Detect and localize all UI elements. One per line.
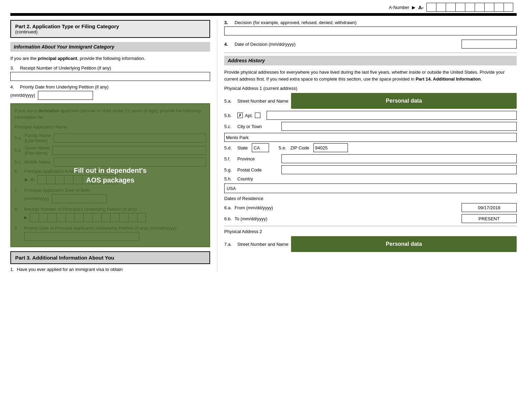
right-5h-country-box: USA: [224, 183, 517, 193]
right-5a: 5.a. Street Number and Name Personal dat…: [224, 93, 517, 109]
a-number-box-6[interactable]: [475, 3, 484, 12]
a-number-box-8[interactable]: [494, 3, 504, 12]
divider-1: [224, 53, 517, 53]
right-5g: 5.g. Postal Code: [224, 165, 517, 174]
right-column: 3. Decision (for example, approved, refu…: [217, 20, 517, 272]
physical-addr2-label: Physical Address 2: [224, 229, 517, 234]
right-5d-5e: 5.d. State 5.e. ZIP Code: [224, 143, 517, 152]
principal-intro-text: If you are the principal applicant, prov…: [10, 55, 210, 62]
right-item3-num: 3.: [224, 20, 231, 25]
apt-checkbox[interactable]: ✗: [237, 113, 243, 118]
a-number-box-3[interactable]: [446, 3, 455, 12]
left-column: Part 2. Application Type or Filing Categ…: [10, 20, 217, 272]
right-5e-label: 5.e.: [279, 145, 286, 150]
right-5h-text: Country: [237, 176, 279, 181]
immigrant-category-header: Information About Your Immigrant Categor…: [10, 42, 210, 52]
address-history-body: Provide physical addresses for everywher…: [224, 69, 517, 82]
right-5d-text: State: [237, 145, 248, 150]
a-number-prefix: A-: [418, 4, 424, 10]
right-5c-city-input[interactable]: [224, 133, 517, 142]
personal-data-overlay-2: Personal data: [291, 236, 517, 252]
a-number-box-7[interactable]: [484, 3, 494, 12]
right-item3-text: Decision (for example, approved, refused…: [235, 20, 356, 25]
item4-priority: 4. Priority Date from Underlying Petitio…: [10, 84, 210, 100]
right-6a-input[interactable]: [462, 203, 517, 212]
right-5b-input[interactable]: [267, 111, 517, 120]
right-item4: 4. Date of Decision (mm/dd/yyyy): [224, 40, 517, 49]
right-7a: 7.a. Street Number and Name Personal dat…: [224, 236, 517, 252]
right-5b: 5.b. ✗ Apt.: [224, 111, 517, 120]
physical-addr1-label: Physical Address 1 (current address): [224, 86, 517, 91]
right-5d-state-input[interactable]: [252, 143, 269, 152]
part3-item1-num: 1.: [10, 267, 14, 272]
right-5b-label: 5.b.: [224, 113, 235, 118]
a-number-box-5[interactable]: [465, 3, 475, 12]
personal-data-overlay-1: Personal data: [291, 93, 517, 109]
right-6a-text: From (mm/dd/yyyy): [235, 205, 462, 210]
right-5a-label: 5.a.: [224, 98, 235, 104]
right-item3-input[interactable]: [224, 27, 517, 35]
right-item4-num: 4.: [224, 42, 231, 47]
part3-header: Part 3. Additional Information About You: [10, 251, 210, 264]
derivative-section: Fill out in dependent's AOS packages If …: [10, 103, 210, 247]
right-5g-label: 5.g.: [224, 167, 235, 172]
right-5g-input[interactable]: [281, 165, 517, 174]
right-5f-label: 5.f.: [224, 156, 235, 161]
dependent-overlay: Fill out in dependent's AOS packages: [10, 103, 210, 247]
a-number-label: A-Number: [389, 5, 409, 10]
a-number-header: A-Number ▶ A-: [0, 0, 527, 13]
item3-text: Receipt Number of Underlying Petition (i…: [20, 65, 111, 71]
dates-label: Dates of Residence: [224, 196, 517, 201]
right-item4-text: Date of Decision (mm/dd/yyyy): [235, 42, 296, 47]
right-5h-label: 5.h.: [224, 176, 235, 181]
right-6a-label: 6.a.: [224, 205, 235, 210]
a-number-box-1[interactable]: [426, 3, 436, 12]
a-number-box-9[interactable]: [504, 3, 513, 12]
right-5c: 5.c. City or Town: [224, 122, 517, 131]
item3-receipt: 3. Receipt Number of Underlying Petition…: [10, 65, 210, 81]
item4-sub: (mm/dd/yyyy): [10, 93, 35, 98]
dependent-label: Fill out in dependent's AOS packages: [74, 166, 146, 185]
item3-num: 3.: [10, 65, 17, 71]
right-item4-input[interactable]: [462, 40, 517, 49]
right-5h: 5.h. Country: [224, 176, 517, 181]
right-5g-text: Postal Code: [237, 167, 279, 172]
item4-text: Priority Date from Underlying Petition (…: [20, 84, 108, 90]
right-item3: 3. Decision (for example, approved, refu…: [224, 20, 517, 35]
a-number-box-2[interactable]: [436, 3, 446, 12]
right-5h-country-value[interactable]: USA: [224, 183, 517, 193]
right-5c-text: City or Town: [237, 124, 279, 129]
item3-receipt-input[interactable]: [10, 72, 210, 81]
right-6a: 6.a. From (mm/dd/yyyy): [224, 203, 517, 212]
derivative-content: Fill out in dependent's AOS packages If …: [10, 103, 210, 247]
right-7a-label: 7.a.: [224, 242, 235, 247]
right-5e-zip-input[interactable]: [313, 143, 348, 152]
ste-checkbox[interactable]: [255, 113, 260, 118]
address-history-header: Address History: [224, 56, 517, 65]
a-number-boxes[interactable]: [426, 3, 513, 12]
part2-subtitle: (continued): [15, 29, 205, 34]
right-5f: 5.f. Province: [224, 154, 517, 163]
part2-section-header: Part 2. Application Type or Filing Categ…: [10, 20, 210, 38]
right-6b-text: To (mm/dd/yyyy): [235, 216, 462, 221]
a-number-arrow: ▶: [412, 5, 415, 10]
divider-2: [224, 226, 517, 226]
right-6b: 6.b. To (mm/dd/yyyy): [224, 214, 517, 223]
apt-label: Apt.: [245, 113, 253, 118]
right-5c-label: 5.c.: [224, 124, 235, 129]
right-5e-text: ZIP Code: [290, 145, 309, 150]
a-number-box-4[interactable]: [455, 3, 465, 12]
right-5c-input[interactable]: [281, 122, 517, 131]
part2-title: Part 2. Application Type or Filing Categ…: [15, 23, 205, 29]
item4-num: 4.: [10, 84, 17, 90]
item4-priority-input[interactable]: [38, 91, 93, 100]
right-6b-input[interactable]: [462, 214, 517, 223]
right-5f-input[interactable]: [281, 154, 517, 163]
right-5a-text: Street Number and Name: [237, 98, 288, 104]
right-5c-filled: [224, 133, 517, 142]
thick-divider: [10, 13, 517, 16]
part3-item1-text: Have you ever applied for an immigrant v…: [17, 267, 123, 272]
right-5f-text: Province: [237, 156, 279, 161]
right-7a-text: Street Number and Name: [237, 242, 288, 247]
apt-checkbox-row: ✗ Apt.: [237, 113, 260, 118]
